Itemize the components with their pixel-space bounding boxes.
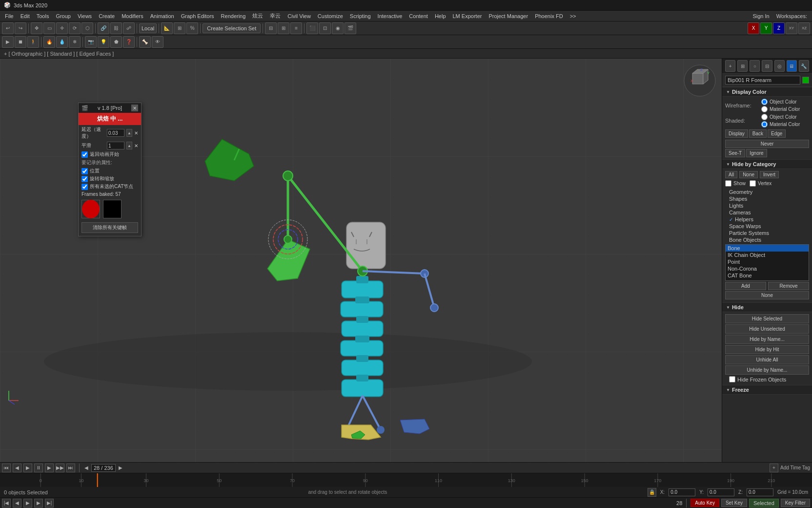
menu-create[interactable]: Create [96, 12, 118, 20]
none-category-button[interactable]: None [739, 171, 758, 178]
menu-tools[interactable]: Tools [34, 12, 52, 20]
y-axis-button[interactable]: Y [760, 22, 772, 34]
add-bone-button[interactable]: Add [725, 282, 766, 290]
point-item[interactable]: Point [726, 258, 809, 265]
see-t-btn[interactable]: See-T [725, 149, 745, 157]
go-to-end-button[interactable]: ⏭ [66, 464, 75, 472]
rotate-button[interactable]: ⟳ [69, 22, 81, 34]
menu-civil-view[interactable]: Civil View [284, 12, 313, 20]
menu-custom1[interactable]: 炫云 [249, 11, 266, 21]
camera-button[interactable]: 📷 [85, 36, 97, 48]
return-to-start-checkbox[interactable] [81, 151, 88, 158]
bottom-play-button[interactable]: ▶ [23, 499, 32, 508]
render-button[interactable]: 🎬 [345, 22, 356, 34]
menu-lm-exporter[interactable]: LM Exporter [450, 12, 485, 20]
layer-button[interactable]: ⬛ [306, 22, 318, 34]
coord-system-label[interactable]: Local [139, 23, 157, 33]
bake-animation-dialog[interactable]: 🎬 v 1.8 [Pro] ✕ 烘焙 中 ... 延迟（速度） ▲ ✕ 平滑 ▲… [78, 103, 142, 236]
select-region-button[interactable]: ▭ [43, 22, 55, 34]
select-button[interactable]: ✥ [31, 22, 42, 34]
panel-tab-utilities[interactable]: 🔧 [799, 60, 809, 72]
lock-button[interactable]: 🔒 [648, 488, 656, 497]
set-key-button[interactable]: Set Key [721, 499, 747, 507]
menu-graph-editors[interactable]: Graph Editors [178, 12, 217, 20]
bind-button[interactable]: ☍ [123, 22, 135, 34]
x-axis-button[interactable]: X [748, 22, 759, 34]
wireframe-material-color[interactable]: Material Color [761, 106, 800, 112]
red-swatch[interactable] [81, 200, 100, 218]
delay-input[interactable] [107, 129, 124, 137]
object-color-swatch[interactable] [802, 77, 809, 84]
move-button[interactable]: ✛ [56, 22, 68, 34]
dialog-close-button[interactable]: ✕ [131, 105, 138, 111]
never-btn[interactable]: Never [725, 140, 809, 148]
snap2-button[interactable]: ⊞ [174, 22, 185, 34]
prev-frame-button[interactable]: ◀ [13, 464, 21, 472]
position-checkbox[interactable] [81, 168, 88, 174]
bottom-next-frame-button[interactable]: ▶ [34, 499, 43, 508]
link-button[interactable]: 🔗 [98, 22, 109, 34]
menu-project-manager[interactable]: Project Manager [486, 12, 531, 20]
unlink-button[interactable]: ⛓ [110, 22, 122, 34]
panel-tab-hierarchy[interactable]: ⊟ [762, 60, 772, 72]
menu-edit[interactable]: Edit [18, 12, 33, 20]
menu-content[interactable]: Content [406, 12, 431, 20]
xz-button[interactable]: XZ [798, 22, 810, 34]
panel-tab-add[interactable]: + [725, 60, 735, 72]
z-axis-button[interactable]: Z [773, 22, 785, 34]
menu-phoenix-fd[interactable]: Phoenix FD [532, 12, 566, 20]
snap-button[interactable]: 📐 [161, 22, 173, 34]
shaded-material-color[interactable]: Material Color [761, 121, 800, 127]
bone-button[interactable]: 🦴 [139, 36, 151, 48]
xy-button[interactable]: XY [786, 22, 797, 34]
key-filter-button[interactable]: Key Filter [781, 499, 810, 507]
light-button[interactable]: 💡 [98, 36, 109, 48]
hide-section-header[interactable]: Hide [722, 302, 812, 312]
menu-rendering[interactable]: Rendering [218, 12, 249, 20]
geo-button[interactable]: ⬟ [110, 36, 122, 48]
menu-scripting[interactable]: Scripting [347, 12, 374, 20]
vertex-checkbox[interactable] [750, 180, 756, 187]
all-category-button[interactable]: All [725, 171, 737, 178]
object-name-input[interactable] [725, 76, 800, 85]
clear-keyframes-button[interactable]: 清除所有关键帧 [81, 222, 138, 233]
bottom-next-key-button[interactable]: ▶| [45, 499, 54, 508]
next-frame-button[interactable]: ▶ [45, 464, 54, 472]
z-coord-field[interactable] [747, 488, 773, 496]
hide-by-name-button[interactable]: Hide by Name... [725, 335, 809, 344]
bottom-prev-key-button[interactable]: |◀ [2, 499, 11, 508]
ignore-btn[interactable]: Ignore [746, 149, 767, 157]
panel-tab-sphere[interactable]: ○ [750, 60, 760, 72]
menu-modifiers[interactable]: Modifiers [119, 12, 146, 20]
non-corona-item[interactable]: Non-Corona [726, 265, 809, 272]
freeze-section-header[interactable]: Freeze [722, 385, 812, 395]
display-btn[interactable]: Display [725, 129, 748, 138]
hide-selected-button[interactable]: Hide Selected [725, 314, 809, 323]
viewport[interactable]: X Y Z 🎬 v 1.8 [Pro] ✕ 烘焙 中 ... 延迟（速度） ▲ … [0, 59, 722, 462]
unhide-all-button[interactable]: Unhide All [725, 355, 809, 364]
snow-button[interactable]: ❄ [69, 36, 81, 48]
rotation-scale-checkbox[interactable] [81, 176, 88, 182]
hide-unselected-button[interactable]: Hide Unselected [725, 324, 809, 334]
display-color-section-header[interactable]: Display Color [722, 87, 812, 97]
cat-bone-item[interactable]: CAT Bone [726, 272, 809, 279]
wireframe-object-color[interactable]: Object Color [761, 99, 800, 105]
menu-views[interactable]: Views [75, 12, 95, 20]
undo-button[interactable]: ↩ [2, 22, 14, 34]
align-button[interactable]: ≡ [290, 22, 302, 34]
menu-workspaces[interactable]: Workspaces: [773, 12, 810, 20]
x-coord-field[interactable] [669, 488, 695, 496]
next-frame-button2[interactable]: ▶▶ [56, 464, 64, 472]
menu-customize[interactable]: Customize [315, 12, 346, 20]
delay-clear[interactable]: ✕ [134, 130, 138, 136]
viewport-navigation-gizmo[interactable]: X Y Z [683, 64, 717, 98]
material-button[interactable]: ◉ [332, 22, 344, 34]
none-bone-button[interactable]: None [725, 291, 809, 299]
scale-button[interactable]: ⬡ [81, 22, 93, 34]
vertex-checkbox-row[interactable]: Vertex [750, 180, 771, 187]
stop-button[interactable]: ⏸ [34, 464, 43, 472]
ik-chain-item[interactable]: IK Chain Object [726, 252, 809, 258]
delay-spinner-up[interactable]: ▲ [126, 129, 132, 137]
go-to-start-button[interactable]: ⏮ [2, 464, 11, 472]
skin-button[interactable]: 👁 [152, 36, 163, 48]
